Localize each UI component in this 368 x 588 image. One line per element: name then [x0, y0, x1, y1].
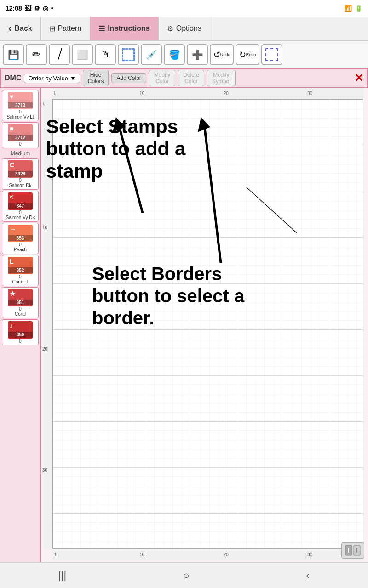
- ruler-left: 1 10 20 30: [41, 99, 52, 548]
- bottom-nav-home[interactable]: ○: [183, 570, 189, 582]
- canvas-area: 1 10 20 30 1 10 20 30: [41, 88, 368, 562]
- battery-icon: 🔋: [355, 5, 362, 12]
- pencil-button[interactable]: ✏: [26, 44, 47, 65]
- color-number: 352: [8, 267, 33, 273]
- ruler-bottom: 1 10 20 30: [52, 548, 363, 560]
- list-item[interactable]: → 353 0 Peach: [2, 223, 39, 254]
- color-count: 0: [19, 178, 22, 183]
- dropdown-chevron-icon: ▼: [70, 75, 76, 82]
- selection-icon: [265, 48, 278, 61]
- color-number: 350: [8, 332, 33, 338]
- tab-instructions-label: Instructions: [108, 24, 150, 33]
- list-item[interactable]: < 347 0 Salmon Vy Dk: [2, 191, 39, 222]
- redo-label: Redo: [246, 52, 256, 57]
- scroll-corner-svg: [345, 544, 361, 556]
- color-name: Salmon Vy Lt: [6, 114, 34, 119]
- dmc-label: DMC: [5, 74, 21, 82]
- tab-back[interactable]: ‹ Back: [0, 17, 41, 40]
- eraser-icon: ⬜: [77, 49, 88, 60]
- bottom-nav-back[interactable]: ‹: [306, 570, 310, 582]
- color-symbol: →: [10, 226, 16, 233]
- fill-icon: 🪣: [169, 49, 180, 60]
- list-item[interactable]: C 3328 0 Salmon Dk: [2, 158, 39, 190]
- color-symbol: ★: [10, 290, 16, 297]
- add-color-label: Add Color: [116, 75, 141, 81]
- wifi-icon: 📶: [344, 5, 352, 12]
- ruler-bottom-1: 1: [54, 552, 57, 557]
- redo-button[interactable]: ↻ Redo: [236, 44, 259, 65]
- dot-icon: •: [51, 5, 53, 12]
- line-icon: ╲: [53, 48, 66, 61]
- tab-options[interactable]: ⚙ Options: [159, 17, 210, 40]
- add-color-button[interactable]: Add Color: [111, 73, 146, 83]
- color-count: 0: [19, 141, 22, 147]
- eyedropper-icon: 💉: [146, 49, 157, 60]
- color-symbol: ■: [10, 125, 13, 132]
- modify-color-button[interactable]: ModifyColor: [149, 70, 175, 86]
- color-swatch: → 353: [8, 225, 33, 242]
- eyedropper-button[interactable]: 💉: [141, 44, 162, 65]
- color-name: Salmon Dk: [9, 183, 32, 188]
- ruler-left-1: 1: [42, 101, 45, 106]
- selection-button[interactable]: [261, 44, 282, 65]
- tab-pattern[interactable]: ⊞ Pattern: [41, 17, 91, 40]
- color-number: 3328: [8, 171, 33, 177]
- save-button[interactable]: 💾: [3, 44, 24, 65]
- ruler-top-1: 1: [53, 91, 56, 96]
- bottom-nav-bar: ||| ○ ‹: [0, 562, 368, 588]
- color-name: Coral Lt: [12, 279, 28, 284]
- bottom-nav-menu[interactable]: |||: [58, 570, 66, 582]
- tab-pattern-label: Pattern: [58, 24, 82, 33]
- order-by-dropdown[interactable]: Order by Value ▼: [24, 74, 80, 83]
- hide-colors-button[interactable]: HideColors: [83, 70, 109, 86]
- select-add-button[interactable]: ➕: [187, 44, 208, 65]
- toolbar: 💾 ✏ ╲ ⬜ 🖱 💉 🪣 ➕ ↺ Undo ↻ Redo: [0, 41, 368, 68]
- color-symbol: ♥: [10, 93, 13, 100]
- color-name: Salmon Vy Dk: [6, 215, 35, 220]
- select-add-icon: ➕: [192, 49, 203, 60]
- delete-color-button[interactable]: DeleteColor: [178, 70, 204, 86]
- border-button[interactable]: [118, 44, 139, 65]
- pencil-icon: ✏: [32, 49, 40, 61]
- undo-icon: ↺: [213, 50, 220, 60]
- color-swatch: ♪ 350: [8, 321, 33, 339]
- list-item[interactable]: L 352 0 Coral Lt: [2, 255, 39, 286]
- color-swatch: C 3328: [8, 160, 33, 178]
- nav-tabs: ‹ Back ⊞ Pattern ☰ Instructions ⚙ Option…: [0, 17, 368, 41]
- status-right-icons: 📶 🔋: [344, 5, 362, 12]
- line-button[interactable]: ╲: [49, 44, 70, 65]
- ruler-bottom-30: 30: [307, 552, 312, 557]
- color-swatch: ■ 3712: [8, 124, 33, 141]
- ruler-bottom-20: 20: [224, 552, 229, 557]
- eraser-button[interactable]: ⬜: [72, 44, 93, 65]
- border-icon: [122, 48, 135, 61]
- hide-colors-label: HideColors: [88, 72, 104, 85]
- fill-button[interactable]: 🪣: [164, 44, 185, 65]
- ruler-bottom-10: 10: [139, 552, 144, 557]
- color-swatch: < 347: [8, 192, 33, 210]
- color-symbol: <: [10, 193, 13, 201]
- order-by-label: Order by Value: [28, 75, 68, 82]
- cross-stitch-grid[interactable]: [52, 99, 363, 548]
- stamp-icon: 🖱: [101, 49, 110, 60]
- ruler-left-10: 10: [42, 225, 47, 230]
- tab-instructions[interactable]: ☰ Instructions: [90, 17, 159, 40]
- undo-button[interactable]: ↺ Undo: [210, 44, 234, 65]
- ruler-top-10: 10: [139, 91, 144, 96]
- color-count: 0: [19, 242, 22, 247]
- list-item[interactable]: ★ 351 0 Coral: [2, 287, 39, 318]
- modify-color-label: ModifyColor: [154, 72, 170, 85]
- location-icon: ◎: [43, 5, 48, 12]
- color-number: 347: [8, 203, 33, 209]
- status-time: 12:08: [6, 5, 22, 12]
- pattern-grid-icon: ⊞: [49, 24, 55, 33]
- list-item[interactable]: ■ 3712 0: [2, 122, 39, 148]
- list-item[interactable]: ♪ 350 0: [2, 319, 39, 345]
- color-number: 3712: [8, 135, 33, 141]
- color-swatch: ★ 351: [8, 289, 33, 306]
- ruler-left-30: 30: [42, 468, 47, 473]
- list-item[interactable]: ♥ 3713 0 Salmon Vy Lt: [2, 90, 39, 121]
- color-bar-close-button[interactable]: ✕: [354, 72, 363, 85]
- modify-symbol-button[interactable]: ModifySymbol: [207, 70, 236, 86]
- stamp-button[interactable]: 🖱: [95, 44, 116, 65]
